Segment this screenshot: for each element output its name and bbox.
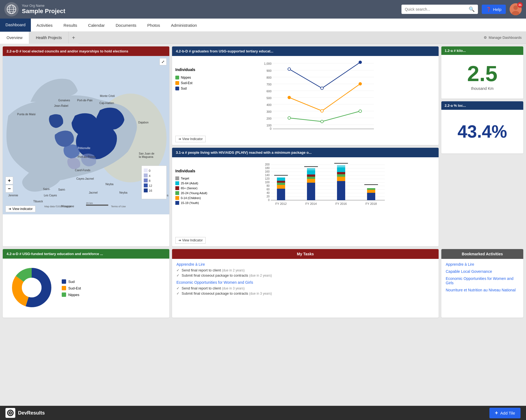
nav-item-calendar[interactable]: Calendar (83, 19, 110, 32)
svg-text:800: 800 (267, 76, 271, 79)
svg-text:200: 200 (267, 117, 271, 120)
tab-overview[interactable]: Overview (0, 32, 29, 44)
svg-text:80: 80 (267, 184, 270, 187)
help-label: Help (493, 7, 501, 12)
nav-item-dashboard[interactable]: Dashboard (0, 19, 31, 32)
svg-text:Dajabon: Dajabon (138, 121, 149, 124)
line-chart-svg-container: 1,000 900 800 700 600 500 400 300 200 10… (203, 59, 435, 131)
svg-text:20: 20 (267, 195, 270, 198)
svg-text:0: 0 (270, 127, 271, 130)
tab-health-projects[interactable]: Health Projects (29, 32, 69, 44)
task-item-1-1: ✓ Send final report to client (due in 2 … (176, 268, 434, 272)
check-icon-1: ✓ (176, 268, 179, 272)
stat-1-value: 2.5 (467, 63, 497, 85)
nav-item-administration[interactable]: Administration (166, 19, 202, 32)
nav-item-results[interactable]: Results (58, 19, 83, 32)
arrow-right-icon: ➜ (8, 207, 11, 211)
svg-text:0: 0 (149, 169, 150, 172)
bar-chart-view-indicator[interactable]: ➜ View Indicator (175, 237, 206, 244)
nav-item-documents[interactable]: Documents (110, 19, 142, 32)
bookmark-link-2[interactable]: Capable Local Governance (446, 269, 519, 274)
stat-tile-1-body: 2.5 thousand Km (441, 55, 523, 99)
notification-avatar[interactable]: 31 (510, 3, 522, 15)
nippes-color (175, 76, 179, 79)
check-icon-3: ✓ (176, 286, 179, 290)
search-icon[interactable]: 🔍 (469, 6, 475, 12)
svg-text:Gonaives: Gonaives (58, 99, 70, 102)
tabs-left: Overview Health Projects + (0, 32, 78, 43)
stat-tile-1-header: 1.2-a # kilo... (441, 46, 523, 55)
search-input[interactable] (405, 7, 469, 11)
globe-icon (7, 4, 16, 14)
dashboard-main: 2.2-a-D # local elected councils and and… (0, 44, 526, 406)
help-button[interactable]: ❓ Help (482, 5, 506, 14)
svg-rect-109 (277, 178, 285, 181)
svg-point-136 (22, 278, 42, 297)
line-chart-view-indicator[interactable]: ➜ View Indicator (175, 136, 206, 142)
map-zoom-out[interactable]: − (5, 185, 13, 193)
svg-text:Les Cayes: Les Cayes (44, 194, 57, 197)
donut-legend-sud-est: Sud-Est (62, 286, 81, 290)
svg-text:FY 2012: FY 2012 (275, 202, 286, 205)
senior-color (175, 186, 179, 190)
task-due-1-1: (due in 2 years) (222, 268, 244, 272)
bookmark-link-3[interactable]: Economic Opportunities for Women and Gir… (446, 276, 519, 285)
task-due-2-1: (due in 3 years) (222, 286, 244, 290)
project-name: Sample Project (22, 8, 65, 15)
line-chart-tile: 4.2-b-D # graduates from USG-supported t… (172, 46, 439, 145)
stat-tile-2-body: 43.4% (441, 110, 523, 153)
svg-rect-111 (307, 183, 315, 200)
map-expand-button[interactable]: ⤢ (159, 58, 167, 65)
svg-rect-120 (337, 174, 345, 177)
svg-text:FY 2016: FY 2016 (335, 202, 347, 205)
svg-point-82 (359, 110, 362, 113)
svg-text:Saint-: Saint- (43, 188, 50, 191)
svg-point-78 (321, 110, 323, 112)
top-section: 2.2-a-D # local elected councils and and… (3, 46, 523, 246)
svg-rect-125 (367, 193, 375, 200)
young-adult-label: 20-24 (Young Adult) (181, 191, 207, 195)
svg-text:4: 4 (149, 174, 150, 178)
map-zoom-controls: + − (5, 177, 13, 193)
header-right: 🔍 ❓ Help 31 (401, 3, 522, 15)
donut-nippes-color (62, 292, 66, 297)
legend-children: 0-14 (Children) (175, 196, 211, 200)
tab-add-button[interactable]: + (69, 32, 78, 44)
svg-rect-41 (144, 184, 147, 187)
map-view-indicator-button[interactable]: ➜ View indicator (5, 206, 36, 212)
svg-text:FY 2018: FY 2018 (365, 202, 377, 205)
task-item-2-1: ✓ Send final report to client (due in 3 … (176, 286, 434, 290)
task-due-2-2: (due in 3 years) (249, 292, 272, 295)
donut-sud-label: Sud (68, 280, 75, 284)
svg-text:500: 500 (267, 96, 271, 100)
check-icon-2: ✓ (176, 273, 179, 277)
legend-sud-est: Sud-Est (175, 81, 200, 85)
bar-chart-body: Individuals Target 25-64 (Adult) 65+ (Se… (172, 157, 439, 236)
search-box[interactable]: 🔍 (401, 5, 478, 14)
tasks-header: My Tasks (172, 249, 439, 259)
svg-rect-107 (277, 183, 285, 185)
bookmark-link-4[interactable]: Nourriture et Nutrition au Niveau Nation… (446, 288, 519, 292)
bar-chart-legend: Individuals Target 25-64 (Adult) 65+ (Se… (175, 161, 211, 233)
svg-point-75 (321, 87, 323, 90)
nav-item-photos[interactable]: Photos (142, 19, 166, 32)
add-tile-button[interactable]: + Add Tile (489, 408, 521, 418)
manage-dashboards-button[interactable]: ⚙ Manage Dashboards (479, 36, 526, 40)
task-group-2-title[interactable]: Economic Opportunities for Women and Gir… (176, 280, 434, 285)
svg-text:60: 60 (267, 188, 270, 191)
nav-item-activities[interactable]: Activities (31, 19, 58, 32)
svg-rect-35 (144, 168, 147, 172)
devresults-logo: DevResults (5, 408, 45, 418)
line-chart-svg: 1,000 900 800 700 600 500 400 300 200 10… (203, 59, 435, 130)
svg-text:900: 900 (267, 69, 271, 72)
check-icon-4: ✓ (176, 291, 179, 295)
bookmark-link-1[interactable]: Apprendre à Lire (446, 262, 519, 267)
svg-text:Jacmel: Jacmel (89, 191, 97, 194)
bottom-bar: DevResults + Add Tile (0, 406, 526, 420)
bar-chart-svg-container: 200 180 160 140 120 100 80 60 40 20 0 (214, 161, 435, 233)
haiti-map-svg: Punta de Maisi Port-de-Paix Jean-Rabel M… (3, 56, 169, 214)
svg-text:100: 100 (265, 181, 270, 184)
svg-text:Jean-Rabel: Jean-Rabel (54, 104, 68, 107)
task-group-1-title[interactable]: Apprendre à Lire (176, 262, 434, 267)
map-zoom-in[interactable]: + (5, 177, 13, 184)
